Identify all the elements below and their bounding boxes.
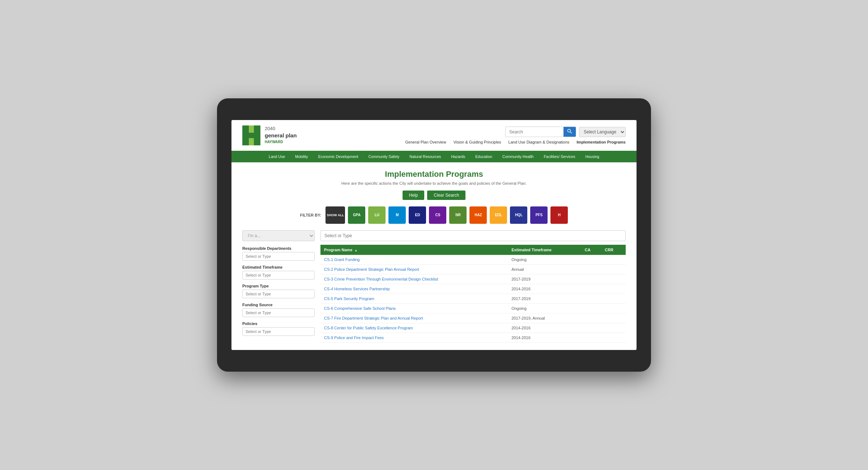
filter-row: FILTER BY: SHOW ALL GPA LU M ED CS NR HA… (242, 206, 626, 224)
nav-community-health[interactable]: Community Health (497, 151, 539, 162)
program-link[interactable]: CS-8 Center for Public Safety Excellence… (324, 326, 413, 330)
nav-education[interactable]: Education (470, 151, 497, 162)
plan-year: 2040 (265, 126, 275, 131)
nav-implementation[interactable]: Implementation Programs (576, 140, 626, 144)
program-type-label: Program Type (242, 284, 315, 288)
filter-label: FILTER BY: (300, 213, 322, 217)
timeframe-input[interactable] (242, 271, 315, 279)
table-header-row: Program Name ▲ Estimated Timeframe CA CR… (320, 245, 626, 255)
ca-cell (581, 333, 601, 343)
program-link[interactable]: CS-9 Police and Fire Impact Fees (324, 336, 384, 340)
nav-natural-resources[interactable]: Natural Resources (404, 151, 446, 162)
nav-hazards[interactable]: Hazards (446, 151, 470, 162)
table-row: CS-6 Comprehensive Safe School Plans Ong… (320, 304, 626, 313)
language-select[interactable]: Select Language (579, 127, 626, 137)
responsible-dept-section: Responsible Departments (242, 246, 315, 261)
nav-land-use[interactable]: Land Use Diagram & Designations (509, 140, 570, 144)
site-header: 2040 general plan HAYWARD (231, 120, 637, 151)
col-ca: CA (581, 245, 601, 255)
policies-input[interactable] (242, 327, 315, 336)
city-name: HAYWARD (265, 140, 283, 144)
action-buttons: Help Clear Search (242, 191, 626, 200)
filter-ed[interactable]: ED (409, 206, 426, 224)
search-button[interactable] (563, 127, 576, 137)
filter-lu[interactable]: LU (368, 206, 386, 224)
table-row: CS-8 Center for Public Safety Excellence… (320, 323, 626, 333)
table-row: CS-9 Police and Fire Impact Fees 2014-20… (320, 333, 626, 343)
site-title: 2040 general plan HAYWARD (265, 126, 297, 145)
svg-rect-2 (242, 133, 260, 138)
clear-search-button[interactable]: Clear Search (427, 191, 465, 200)
timeframe-cell: Ongoing (508, 255, 581, 265)
col-crr: CRR (601, 245, 626, 255)
hayward-logo-icon (242, 125, 260, 145)
nav-mobility[interactable]: Mobility (290, 151, 313, 162)
filter-show-all[interactable]: SHOW ALL (326, 206, 345, 224)
two-col-layout: I'm a... Responsible Departments Estimat… (242, 230, 626, 343)
program-link[interactable]: CS-7 Fire Department Strategic Plan and … (324, 316, 423, 320)
nav-community-safety[interactable]: Community Safety (363, 151, 405, 162)
filter-pfs[interactable]: PFS (530, 206, 548, 224)
page-title: Implementation Programs (242, 170, 626, 179)
ca-cell (581, 255, 601, 265)
ca-cell (581, 284, 601, 294)
crr-cell (601, 284, 626, 294)
crr-cell (601, 255, 626, 265)
filter-h[interactable]: H (550, 206, 568, 224)
nav-land-use[interactable]: Land Use (264, 151, 290, 162)
table-body: CS-1 Grant Funding Ongoing CS-2 Police D… (320, 255, 626, 343)
nav-housing[interactable]: Housing (580, 151, 604, 162)
program-name-cell: CS-1 Grant Funding (320, 255, 508, 265)
ca-cell (581, 274, 601, 284)
filter-nr[interactable]: NR (449, 206, 467, 224)
program-link[interactable]: CS-6 Comprehensive Safe School Plans (324, 306, 396, 311)
filter-m[interactable]: M (388, 206, 406, 224)
program-type-input[interactable] (242, 290, 315, 298)
right-content: Program Name ▲ Estimated Timeframe CA CR… (320, 230, 626, 343)
timeframe-section: Estimated Timeframe (242, 265, 315, 279)
timeframe-cell: 2014-2016 (508, 323, 581, 333)
program-name-cell: CS-9 Police and Fire Impact Fees (320, 333, 508, 343)
nav-economic-development[interactable]: Economic Development (313, 151, 363, 162)
table-row: CS-1 Grant Funding Ongoing (320, 255, 626, 265)
program-name-cell: CS-6 Comprehensive Safe School Plans (320, 304, 508, 313)
help-button[interactable]: Help (403, 191, 425, 200)
table-row: CS-2 Police Department Strategic Plan An… (320, 265, 626, 274)
filter-haz[interactable]: HAZ (469, 206, 487, 224)
col-timeframe: Estimated Timeframe (508, 245, 581, 255)
search-input[interactable] (506, 128, 563, 136)
ima-dropdown[interactable]: I'm a... (242, 230, 315, 241)
left-sidebar: I'm a... Responsible Departments Estimat… (242, 230, 315, 340)
filter-edl[interactable]: EDL (490, 206, 507, 224)
program-link[interactable]: CS-2 Police Department Strategic Plan An… (324, 267, 419, 272)
table-row: CS-7 Fire Department Strategic Plan and … (320, 313, 626, 323)
program-link[interactable]: CS-5 Park Security Program (324, 296, 374, 301)
timeframe-cell: 2014-2016 (508, 333, 581, 343)
program-link[interactable]: CS-3 Crime Prevention Through Environmen… (324, 277, 438, 281)
crr-cell (601, 313, 626, 323)
responsible-dept-input[interactable] (242, 252, 315, 261)
program-search-input[interactable] (320, 230, 626, 241)
table-row: CS-4 Homeless Services Partnership 2014-… (320, 284, 626, 294)
funding-source-input[interactable] (242, 308, 315, 317)
nav-general-plan[interactable]: General Plan Overview (405, 140, 446, 144)
table-row: CS-3 Crime Prevention Through Environmen… (320, 274, 626, 284)
col-program-name[interactable]: Program Name ▲ (320, 245, 508, 255)
nav-vision[interactable]: Vision & Guiding Principles (454, 140, 501, 144)
search-box (505, 127, 576, 137)
nav-facilities-services[interactable]: Facilities/ Services (539, 151, 580, 162)
header-right: Select Language General Plan Overview Vi… (405, 127, 626, 144)
program-name-cell: CS-5 Park Security Program (320, 294, 508, 304)
svg-line-6 (570, 132, 572, 134)
logo-area: 2040 general plan HAYWARD (242, 125, 297, 145)
main-content: Implementation Programs Here are the spe… (231, 162, 637, 350)
filter-hql[interactable]: HQL (510, 206, 527, 224)
program-link[interactable]: CS-4 Homeless Services Partnership (324, 287, 390, 291)
program-name-cell: CS-8 Center for Public Safety Excellence… (320, 323, 508, 333)
filter-gpa[interactable]: GPA (348, 206, 365, 224)
funding-source-label: Funding Source (242, 303, 315, 307)
ca-cell (581, 265, 601, 274)
responsible-dept-label: Responsible Departments (242, 246, 315, 251)
program-link[interactable]: CS-1 Grant Funding (324, 257, 359, 262)
filter-cs[interactable]: CS (429, 206, 446, 224)
